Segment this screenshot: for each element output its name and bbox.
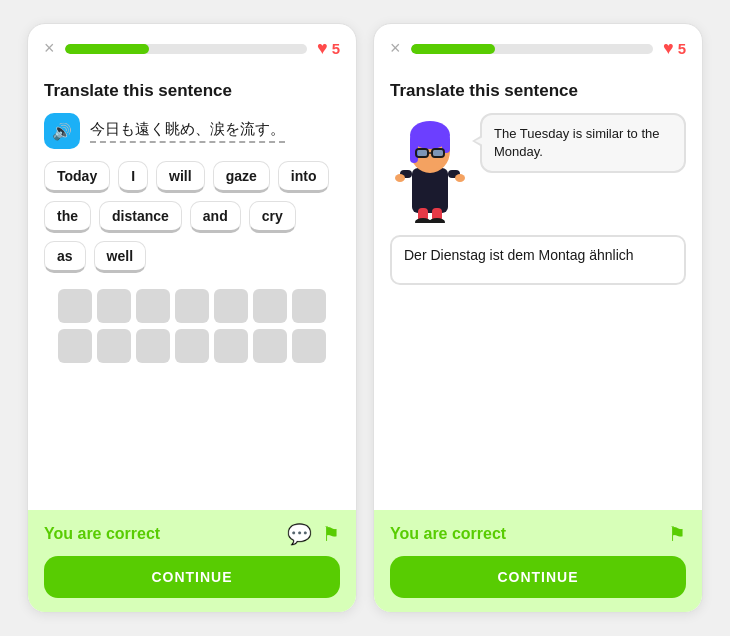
hearts-display: ♥ 5 bbox=[317, 38, 340, 59]
right-hearts-display: ♥ 5 bbox=[663, 38, 686, 59]
right-continue-button[interactable]: CONTINUE bbox=[390, 556, 686, 598]
right-close-button[interactable]: × bbox=[390, 38, 401, 59]
progress-fill bbox=[65, 44, 150, 54]
speech-text: The Tuesday is similar to the Monday. bbox=[494, 126, 659, 159]
right-section-title: Translate this sentence bbox=[390, 81, 686, 101]
left-card-content: Translate this sentence 🔊 今日も遠く眺め、涙を流す。 … bbox=[28, 69, 356, 510]
japanese-sentence: 今日も遠く眺め、涙を流す。 bbox=[90, 120, 285, 143]
correct-row: You are correct 💬 ⚑ bbox=[44, 522, 340, 546]
speech-bubble: The Tuesday is similar to the Monday. bbox=[480, 113, 686, 173]
key[interactable] bbox=[97, 329, 131, 363]
audio-icon: 🔊 bbox=[52, 122, 72, 141]
chip-gaze[interactable]: gaze bbox=[213, 161, 270, 193]
progress-bar bbox=[65, 44, 307, 54]
key[interactable] bbox=[175, 289, 209, 323]
key[interactable] bbox=[175, 329, 209, 363]
correct-icons: 💬 ⚑ bbox=[287, 522, 340, 546]
right-heart-count: 5 bbox=[678, 40, 686, 57]
left-continue-button[interactable]: CONTINUE bbox=[44, 556, 340, 598]
answer-text-area: Der Dienstag ist dem Montag ähnlich bbox=[390, 235, 686, 285]
word-chips-area: Today I will gaze into the distance and … bbox=[44, 161, 340, 273]
flag-icon[interactable]: ⚑ bbox=[322, 522, 340, 546]
left-card-header: × ♥ 5 bbox=[28, 24, 356, 69]
right-card-header: × ♥ 5 bbox=[374, 24, 702, 69]
japanese-row: 🔊 今日も遠く眺め、涙を流す。 bbox=[44, 113, 340, 149]
chip-distance[interactable]: distance bbox=[99, 201, 182, 233]
key[interactable] bbox=[58, 289, 92, 323]
chip-into[interactable]: into bbox=[278, 161, 330, 193]
svg-point-16 bbox=[415, 218, 431, 223]
key[interactable] bbox=[136, 289, 170, 323]
close-button[interactable]: × bbox=[44, 38, 55, 59]
keyboard-placeholder bbox=[44, 289, 340, 363]
right-correct-label: You are correct bbox=[390, 525, 506, 543]
right-card-content: Translate this sentence bbox=[374, 69, 702, 510]
chip-and[interactable]: and bbox=[190, 201, 241, 233]
key[interactable] bbox=[253, 289, 287, 323]
key[interactable] bbox=[292, 329, 326, 363]
correct-label: You are correct bbox=[44, 525, 160, 543]
chip-i[interactable]: I bbox=[118, 161, 148, 193]
left-section-title: Translate this sentence bbox=[44, 81, 340, 101]
chip-will[interactable]: will bbox=[156, 161, 205, 193]
key[interactable] bbox=[97, 289, 131, 323]
key[interactable] bbox=[292, 289, 326, 323]
svg-point-17 bbox=[429, 218, 445, 223]
right-correct-icons: ⚑ bbox=[668, 522, 686, 546]
key[interactable] bbox=[214, 289, 248, 323]
right-correct-row: You are correct ⚑ bbox=[390, 522, 686, 546]
right-heart-icon: ♥ bbox=[663, 38, 674, 59]
right-progress-fill bbox=[411, 44, 496, 54]
character-area: The Tuesday is similar to the Monday. bbox=[390, 113, 686, 223]
chip-as[interactable]: as bbox=[44, 241, 86, 273]
heart-icon: ♥ bbox=[317, 38, 328, 59]
chip-the[interactable]: the bbox=[44, 201, 91, 233]
heart-count: 5 bbox=[332, 40, 340, 57]
right-progress-bar bbox=[411, 44, 653, 54]
chip-today[interactable]: Today bbox=[44, 161, 110, 193]
right-correct-bar: You are correct ⚑ CONTINUE bbox=[374, 510, 702, 612]
answer-text: Der Dienstag ist dem Montag ähnlich bbox=[404, 247, 634, 263]
svg-rect-0 bbox=[412, 168, 448, 213]
comment-icon[interactable]: 💬 bbox=[287, 522, 312, 546]
svg-point-12 bbox=[395, 174, 405, 182]
right-flag-icon[interactable]: ⚑ bbox=[668, 522, 686, 546]
left-card: × ♥ 5 Translate this sentence 🔊 今日も遠く眺め、… bbox=[27, 23, 357, 613]
chip-well[interactable]: well bbox=[94, 241, 146, 273]
audio-button[interactable]: 🔊 bbox=[44, 113, 80, 149]
chip-cry[interactable]: cry bbox=[249, 201, 296, 233]
key[interactable] bbox=[214, 329, 248, 363]
key[interactable] bbox=[253, 329, 287, 363]
character-figure bbox=[390, 113, 470, 223]
left-correct-bar: You are correct 💬 ⚑ CONTINUE bbox=[28, 510, 356, 612]
key[interactable] bbox=[58, 329, 92, 363]
svg-point-13 bbox=[455, 174, 465, 182]
key[interactable] bbox=[136, 329, 170, 363]
svg-rect-8 bbox=[417, 150, 427, 156]
right-card: × ♥ 5 Translate this sentence bbox=[373, 23, 703, 613]
svg-rect-9 bbox=[433, 150, 443, 156]
